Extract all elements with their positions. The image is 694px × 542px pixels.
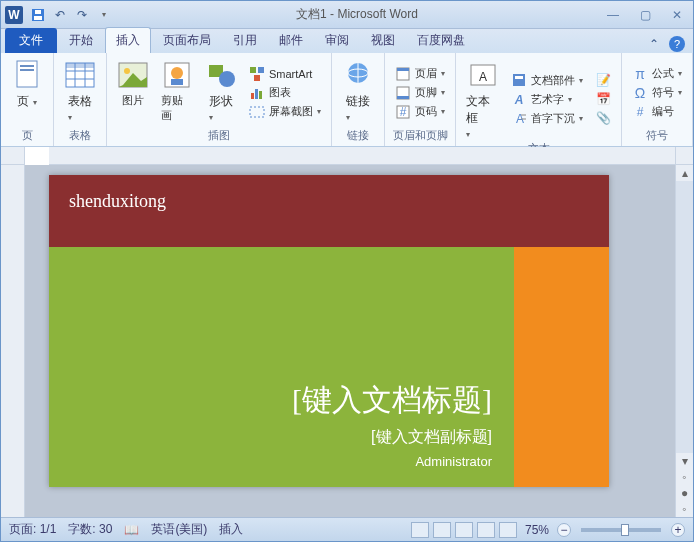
titlebar: W ↶ ↷ ▾ 文档1 - Microsoft Word — ▢ ✕ (1, 1, 693, 29)
tab-references[interactable]: 引用 (223, 28, 267, 53)
word-app-icon: W (5, 6, 23, 24)
quickparts-button[interactable]: 文档部件 ▾ (507, 71, 587, 89)
zoom-slider[interactable] (581, 528, 661, 532)
view-outline[interactable] (477, 522, 495, 538)
cover-title-placeholder[interactable]: [键入文档标题] (292, 380, 492, 421)
group-text: A 文本框▾ 文档部件 ▾ A艺术字 ▾ A首字下沉 ▾ 📝 📅 📎 文本 (456, 53, 622, 146)
shapes-button[interactable]: 形状▾ (201, 57, 241, 128)
view-web[interactable] (455, 522, 473, 538)
prev-page-icon[interactable]: ◦ (676, 469, 693, 485)
symbol-icon: Ω (632, 85, 648, 101)
status-language[interactable]: 英语(美国) (151, 521, 207, 538)
header-button[interactable]: 页眉 ▾ (391, 65, 449, 83)
object-button[interactable]: 📎 (591, 109, 615, 127)
scroll-track[interactable] (676, 181, 693, 453)
status-words[interactable]: 字数: 30 (68, 521, 112, 538)
dropcap-button[interactable]: A首字下沉 ▾ (507, 109, 587, 127)
svg-rect-25 (259, 91, 262, 99)
pagenum-button[interactable]: #页码 ▾ (391, 103, 449, 121)
group-label-pages: 页 (7, 128, 47, 144)
maximize-button[interactable]: ▢ (633, 6, 657, 24)
number-button[interactable]: #编号 (628, 103, 686, 121)
screenshot-icon (249, 104, 265, 120)
equation-icon: π (632, 66, 648, 82)
close-button[interactable]: ✕ (665, 6, 689, 24)
horizontal-ruler[interactable] (49, 147, 675, 165)
scroll-up-icon[interactable]: ▴ (676, 165, 693, 181)
svg-point-13 (124, 68, 130, 74)
vertical-scrollbar[interactable]: ▴ ▾ ◦ ● ◦ (675, 165, 693, 517)
view-fullscreen[interactable] (433, 522, 451, 538)
status-page[interactable]: 页面: 1/1 (9, 521, 56, 538)
wordart-button[interactable]: A艺术字 ▾ (507, 90, 587, 108)
picture-button[interactable]: 图片 (113, 57, 153, 128)
group-links: 链接▾ 链接 (332, 53, 385, 146)
file-tab[interactable]: 文件 (5, 28, 57, 53)
workspace: shenduxitong [键入文档标题] [键入文档副标题] Administ… (1, 165, 693, 517)
svg-point-19 (219, 71, 235, 87)
vertical-ruler[interactable] (1, 165, 25, 517)
undo-icon[interactable]: ↶ (51, 6, 69, 24)
browse-object-icon[interactable]: ● (676, 485, 693, 501)
clipart-icon (161, 59, 193, 91)
group-label-illustrations: 插图 (113, 128, 325, 144)
ribbon-minimize-icon[interactable]: ⌃ (645, 35, 663, 53)
svg-rect-5 (20, 69, 34, 71)
status-proofing-icon[interactable]: 📖 (124, 523, 139, 537)
tab-home[interactable]: 开始 (59, 28, 103, 53)
svg-text:A: A (478, 70, 486, 84)
svg-rect-17 (171, 79, 183, 85)
qat-dropdown-icon[interactable]: ▾ (95, 6, 113, 24)
signature-icon: 📝 (595, 72, 611, 88)
symbol-button[interactable]: Ω符号 ▾ (628, 84, 686, 102)
tab-view[interactable]: 视图 (361, 28, 405, 53)
group-headerfooter: 页眉 ▾ 页脚 ▾ #页码 ▾ 页眉和页脚 (385, 53, 456, 146)
textbox-icon: A (467, 59, 499, 91)
view-print-layout[interactable] (411, 522, 429, 538)
signature-button[interactable]: 📝 (591, 71, 615, 89)
page-icon (11, 59, 43, 91)
cover-header-band: shenduxitong (49, 175, 609, 247)
redo-icon[interactable]: ↷ (73, 6, 91, 24)
scroll-down-icon[interactable]: ▾ (676, 453, 693, 469)
group-illustrations: 图片 剪贴画 形状▾ SmartArt 图表 屏幕截图 ▾ 插图 (107, 53, 332, 146)
zoom-in-button[interactable]: + (671, 523, 685, 537)
link-button[interactable]: 链接▾ (338, 57, 378, 128)
document-canvas[interactable]: shenduxitong [键入文档标题] [键入文档副标题] Administ… (25, 165, 675, 517)
zoom-out-button[interactable]: − (557, 523, 571, 537)
save-icon[interactable] (29, 6, 47, 24)
help-icon[interactable]: ? (669, 36, 685, 52)
smartart-button[interactable]: SmartArt (245, 65, 325, 83)
status-mode[interactable]: 插入 (219, 521, 243, 538)
tab-insert[interactable]: 插入 (105, 27, 151, 53)
zoom-thumb[interactable] (621, 524, 629, 536)
next-page-icon[interactable]: ◦ (676, 501, 693, 517)
datetime-icon: 📅 (595, 91, 611, 107)
svg-rect-33 (397, 96, 409, 99)
shapes-icon (205, 59, 237, 91)
chart-icon (249, 85, 265, 101)
page: shenduxitong [键入文档标题] [键入文档副标题] Administ… (49, 175, 609, 487)
cover-subtitle-placeholder[interactable]: [键入文档副标题] (371, 427, 492, 448)
tab-mailings[interactable]: 邮件 (269, 28, 313, 53)
table-button[interactable]: 表格▾ (60, 57, 100, 128)
svg-rect-21 (258, 67, 264, 73)
footer-button[interactable]: 页脚 ▾ (391, 84, 449, 102)
equation-button[interactable]: π公式 ▾ (628, 65, 686, 83)
view-draft[interactable] (499, 522, 517, 538)
textbox-button[interactable]: A 文本框▾ (462, 57, 503, 141)
pages-button[interactable]: 页 ▾ (7, 57, 47, 128)
picture-icon (117, 59, 149, 91)
datetime-button[interactable]: 📅 (591, 90, 615, 108)
cover-author[interactable]: Administrator (415, 454, 492, 469)
zoom-level[interactable]: 75% (525, 523, 549, 537)
svg-rect-11 (66, 63, 94, 68)
chart-button[interactable]: 图表 (245, 84, 325, 102)
tab-baidu[interactable]: 百度网盘 (407, 28, 475, 53)
clipart-button[interactable]: 剪贴画 (157, 57, 198, 128)
tab-review[interactable]: 审阅 (315, 28, 359, 53)
cover-header-text[interactable]: shenduxitong (69, 191, 166, 211)
minimize-button[interactable]: — (601, 6, 625, 24)
screenshot-button[interactable]: 屏幕截图 ▾ (245, 103, 325, 121)
tab-pagelayout[interactable]: 页面布局 (153, 28, 221, 53)
